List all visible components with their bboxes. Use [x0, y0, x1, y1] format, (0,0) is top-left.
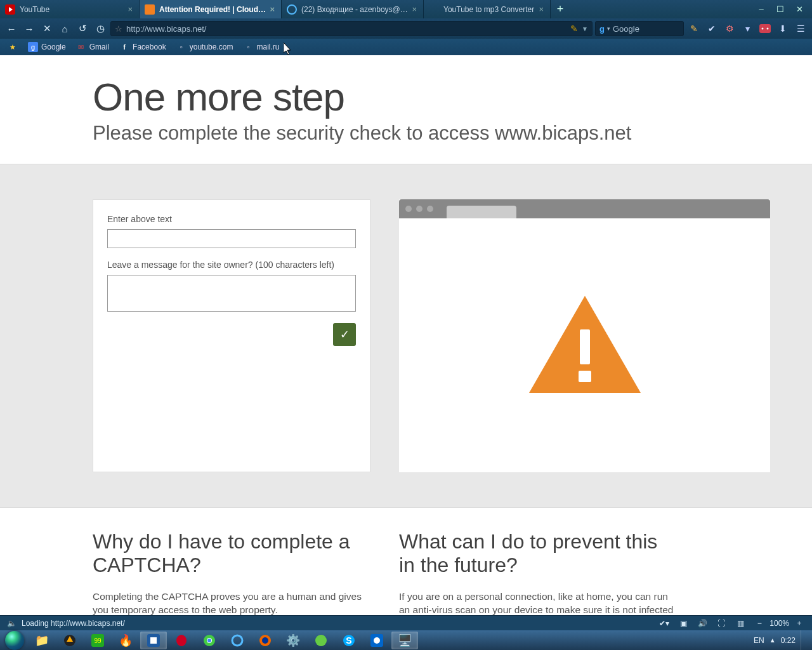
start-button[interactable]	[1, 630, 28, 650]
task-app[interactable]: 🖥️	[391, 632, 418, 649]
svg-point-17	[232, 635, 242, 646]
forward-button[interactable]: →	[22, 21, 37, 36]
svg-point-19	[262, 637, 268, 644]
bookmarks-menu[interactable]: ★	[4, 41, 22, 53]
maximize-button[interactable]: ☐	[771, 3, 789, 16]
task-ie[interactable]	[224, 632, 251, 649]
zoom-in-button[interactable]: +	[792, 618, 807, 629]
svg-point-13	[176, 635, 187, 646]
svg-rect-3	[759, 24, 771, 33]
captcha-card: Enter above text Leave a message for the…	[93, 199, 370, 472]
tab-mail[interactable]: (22) Входящие - azenboys@mail... ×	[282, 0, 424, 18]
task-chrome[interactable]	[196, 632, 223, 649]
bookmark-gmail[interactable]: ✉Gmail	[72, 41, 113, 53]
task-app[interactable]: ⚙️	[280, 632, 306, 649]
fit-icon[interactable]: ⛶	[714, 618, 729, 629]
task-app[interactable]	[308, 632, 334, 649]
search-bar[interactable]: g▾ Google	[595, 21, 684, 36]
tab-youtube[interactable]: YouTube ×	[0, 0, 140, 18]
show-desktop-button[interactable]	[801, 630, 808, 650]
close-icon[interactable]: ×	[412, 4, 417, 14]
faq-title: Why do I have to complete a CAPTCHA?	[93, 530, 370, 577]
task-app[interactable]	[56, 632, 83, 649]
tray-expand-icon[interactable]: ▲	[769, 637, 776, 644]
menu-icon[interactable]: ☰	[793, 21, 808, 36]
page-viewport[interactable]: One more step Please complete the securi…	[0, 55, 812, 615]
google-icon: g	[28, 42, 38, 52]
url-bar[interactable]: ☆ ✎ ▼	[110, 21, 593, 36]
clock[interactable]: 0:22	[781, 636, 796, 645]
svg-rect-1	[145, 4, 155, 15]
minimize-button[interactable]: –	[752, 3, 770, 16]
task-app[interactable]: 99	[84, 632, 111, 649]
extensions-icon[interactable]: ▾	[740, 21, 755, 36]
task-explorer[interactable]: 📁	[29, 632, 55, 649]
task-firefox[interactable]	[252, 632, 278, 649]
svg-point-24	[374, 637, 380, 644]
task-browser[interactable]	[140, 632, 167, 649]
submit-button[interactable]: ✓	[333, 323, 356, 346]
games-icon[interactable]	[757, 21, 773, 36]
svg-text:S: S	[346, 635, 351, 646]
close-icon[interactable]: ×	[128, 4, 133, 14]
lang-indicator[interactable]: EN	[754, 636, 764, 645]
tab-cloudflare[interactable]: Attention Required! | CloudFlare ×	[140, 0, 282, 18]
task-teamviewer[interactable]	[363, 632, 390, 649]
dropdown-icon[interactable]: ▼	[582, 25, 588, 32]
sync-status-icon[interactable]: ✔▾	[657, 618, 672, 629]
downloads-icon[interactable]: ⬇	[775, 21, 790, 36]
toolbar-right: ✎ ✔ ⚙ ▾ ⬇ ☰	[686, 21, 808, 36]
tab-ytmp3[interactable]: YouTube to mp3 Converter ×	[424, 0, 551, 18]
windows-orb-icon	[5, 631, 24, 650]
star-icon: ★	[8, 42, 18, 52]
message-input[interactable]	[107, 275, 356, 312]
mail-icon	[287, 4, 297, 15]
bookmark-star-icon[interactable]: ☆	[115, 24, 122, 34]
dot-icon	[416, 206, 422, 212]
task-app[interactable]: 🔥	[112, 632, 139, 649]
wand-icon[interactable]: ✎	[570, 23, 578, 34]
svg-rect-7	[579, 371, 591, 382]
images-icon[interactable]: ▥	[733, 618, 748, 629]
page-icon: ▫	[176, 42, 187, 52]
window-controls: – ☐ ✕	[752, 0, 812, 18]
reload-button[interactable]: ↺	[75, 21, 90, 36]
url-input[interactable]	[126, 24, 570, 34]
tab-label: YouTube	[20, 5, 124, 14]
bookmark-mailru[interactable]: ▫mail.ru	[239, 41, 283, 53]
home-button[interactable]: ⌂	[57, 21, 72, 36]
close-icon[interactable]: ×	[539, 4, 544, 14]
task-opera[interactable]	[168, 632, 195, 649]
zoom-control: − 100% +	[752, 618, 807, 629]
page-icon	[429, 4, 439, 15]
back-button[interactable]: ←	[4, 21, 19, 36]
warning-icon	[528, 295, 642, 396]
close-icon[interactable]: ×	[270, 4, 275, 14]
bookmark-label: Gmail	[89, 43, 109, 51]
close-button[interactable]: ✕	[790, 3, 808, 16]
bookmark-youtube[interactable]: ▫youtube.com	[173, 41, 237, 53]
taskbar: 📁 99 🔥 ⚙️ S 🖥️ EN ▲ 0:22	[0, 630, 812, 650]
bookmark-facebook[interactable]: fFacebook	[115, 41, 170, 53]
svg-text:99: 99	[94, 637, 102, 644]
nav-bar: ← → ✕ ⌂ ↺ ◷ ☆ ✎ ▼ g▾ Google ✎ ✔ ⚙ ▾ ⬇ ☰	[0, 18, 812, 39]
faq-title: What can I do to prevent this in the fut…	[399, 530, 678, 577]
sync-icon[interactable]: ✔	[704, 21, 719, 36]
facebook-icon: f	[119, 42, 129, 52]
stop-button[interactable]: ✕	[39, 21, 55, 36]
wand2-icon[interactable]: ✎	[686, 21, 702, 36]
speaker-icon[interactable]: 🔈	[5, 619, 18, 628]
faq-col-1: Why do I have to complete a CAPTCHA? Com…	[93, 530, 370, 615]
bookmark-google[interactable]: gGoogle	[24, 41, 70, 53]
settings-icon[interactable]: ⚙	[722, 21, 737, 36]
history-button[interactable]: ◷	[93, 21, 108, 36]
new-tab-button[interactable]: +	[551, 0, 570, 18]
task-skype[interactable]: S	[336, 632, 362, 649]
google-icon: g	[599, 24, 605, 34]
panel-icon[interactable]: ▣	[676, 618, 691, 629]
zoom-out-button[interactable]: −	[752, 618, 767, 629]
volume-icon[interactable]: 🔊	[695, 618, 710, 629]
captcha-input[interactable]	[107, 229, 356, 248]
status-text: Loading http://www.bicaps.net/	[22, 619, 657, 628]
page-title: One more step	[93, 74, 771, 119]
